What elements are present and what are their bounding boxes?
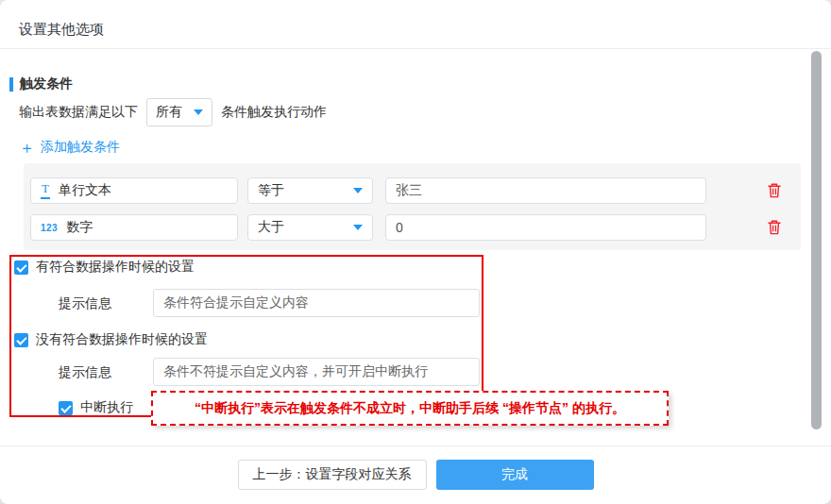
nomatch-settings-row: 没有符合数据操作时候的设置: [14, 331, 208, 348]
text-field-icon: T: [41, 182, 50, 198]
match-suffix-text: 条件触发执行动作: [221, 104, 327, 121]
field-select-2[interactable]: 123 数字: [30, 214, 238, 241]
conditions-panel: T 单行文本 等于 123 数字: [24, 163, 801, 250]
scrollbar-thumb[interactable]: [811, 51, 822, 429]
match-mode-row: 输出表数据满足以下 所有 条件触发执行动作: [19, 98, 327, 126]
add-trigger-condition-label: 添加触发条件: [41, 139, 120, 156]
nomatch-settings-label: 没有符合数据操作时候的设置: [36, 331, 208, 348]
operator-select-1[interactable]: 等于: [247, 177, 373, 204]
plus-icon: ＋: [19, 140, 35, 156]
field-select-1[interactable]: T 单行文本: [30, 177, 238, 204]
condition-value-input-2[interactable]: [385, 214, 706, 241]
interrupt-annotation-callout: “中断执行”表示在触发条件不成立时，中断助手后续 “操作节点” 的执行。: [151, 391, 669, 426]
operator-select-2[interactable]: 大于: [247, 214, 373, 241]
match-mode-select[interactable]: 所有: [146, 98, 212, 126]
trash-icon: [767, 219, 782, 236]
nomatch-settings-checkbox[interactable]: [14, 333, 28, 347]
chevron-down-icon: [353, 225, 363, 230]
condition-value-input-1[interactable]: [385, 177, 706, 204]
section-title: 触发条件: [20, 76, 73, 92]
interrupt-label: 中断执行: [80, 399, 133, 416]
delete-condition-button-1[interactable]: [767, 182, 782, 199]
match-mode-value: 所有: [156, 104, 182, 121]
field-name-2: 数字: [66, 219, 93, 236]
chevron-down-icon: [194, 109, 203, 115]
back-button[interactable]: 上一步：设置字段对应关系: [238, 460, 427, 490]
header-divider: [0, 48, 831, 49]
operator-value-1: 等于: [258, 182, 284, 199]
interrupt-row: 中断执行: [59, 399, 133, 416]
match-settings-row: 有符合数据操作时候的设置: [14, 259, 195, 276]
footer-divider: [0, 445, 831, 446]
section-accent-bar: [9, 77, 13, 92]
prompt-label-nomatch: 提示信息: [59, 364, 111, 381]
condition-row-2: 123 数字 大于: [30, 214, 791, 241]
operator-value-2: 大于: [258, 219, 284, 236]
delete-condition-button-2[interactable]: [767, 219, 782, 236]
number-field-icon: 123: [41, 223, 58, 233]
match-settings-label: 有符合数据操作时候的设置: [36, 259, 195, 276]
finish-button[interactable]: 完成: [436, 460, 594, 490]
prompt-input-nomatch[interactable]: [153, 358, 480, 386]
footer: 上一步：设置字段对应关系 完成: [0, 460, 831, 490]
prompt-input-match[interactable]: [153, 289, 480, 317]
interrupt-checkbox[interactable]: [59, 401, 73, 415]
add-trigger-condition-link[interactable]: ＋ 添加触发条件: [19, 139, 120, 156]
prompt-label-match: 提示信息: [59, 295, 111, 312]
field-name-1: 单行文本: [59, 182, 111, 199]
match-prefix-text: 输出表数据满足以下: [19, 104, 138, 121]
chevron-down-icon: [353, 188, 363, 193]
trigger-conditions-section-header: 触发条件: [9, 76, 73, 92]
interrupt-annotation-text: “中断执行”表示在触发条件不成立时，中断助手后续 “操作节点” 的执行。: [195, 400, 625, 417]
dialog-title: 设置其他选项: [19, 21, 104, 39]
match-settings-checkbox[interactable]: [14, 260, 28, 275]
trash-icon: [767, 182, 782, 199]
set-other-options-dialog: 设置其他选项 触发条件 输出表数据满足以下 所有 条件触发执行动作 ＋ 添加触发…: [0, 0, 831, 504]
condition-row-1: T 单行文本 等于: [30, 177, 791, 204]
